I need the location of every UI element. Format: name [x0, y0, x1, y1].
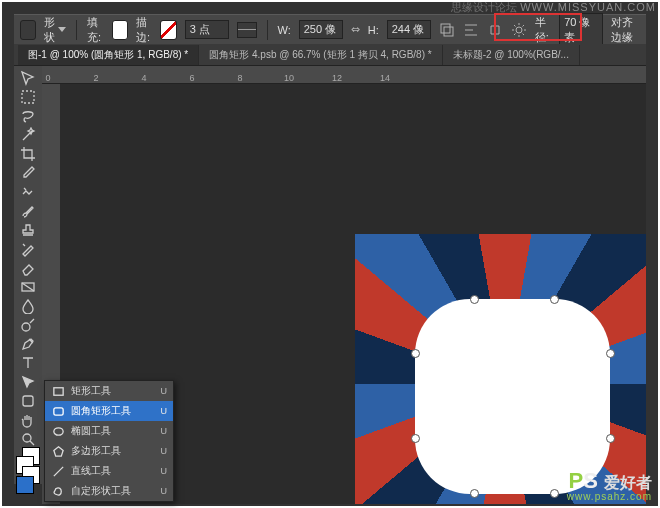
custom-shape-icon [51, 484, 65, 498]
ellipse-icon [51, 424, 65, 438]
flyout-label: 矩形工具 [71, 384, 111, 398]
polygon-icon [51, 444, 65, 458]
svg-rect-6 [23, 396, 33, 406]
tools-panel [14, 66, 42, 484]
default-swatches[interactable] [16, 456, 40, 465]
svg-point-10 [53, 427, 62, 434]
flyout-rect[interactable]: 矩形工具 U [45, 381, 173, 401]
tool-preset-swatch[interactable] [20, 20, 36, 40]
svg-point-2 [516, 27, 522, 33]
svg-rect-1 [444, 27, 453, 36]
ruler-horizontal[interactable]: 0 2 4 6 8 10 12 14 [42, 66, 646, 84]
gradient-tool[interactable] [17, 279, 39, 295]
flyout-polygon[interactable]: 多边形工具 U [45, 441, 173, 461]
dodge-tool[interactable] [17, 317, 39, 333]
shape-tool-flyout: 矩形工具 U 圆角矩形工具 U 椭圆工具 U 多边形工具 U 直线工具 U 自定… [44, 380, 174, 502]
crop-tool[interactable] [17, 146, 39, 162]
hand-tool[interactable] [17, 412, 39, 428]
brush-tool[interactable] [17, 203, 39, 219]
fill-swatch[interactable] [112, 20, 128, 40]
rect-icon [51, 384, 65, 398]
path-ops-icon[interactable] [439, 21, 455, 39]
anchor-point[interactable] [606, 349, 615, 358]
doc-tab-2[interactable]: 圆角矩形 4.psb @ 66.7% (矩形 1 拷贝 4, RGB/8) * [199, 45, 442, 65]
shortcut: U [161, 426, 168, 436]
fill-label: 填充: [87, 15, 103, 45]
text-tool[interactable] [17, 355, 39, 371]
move-tool[interactable] [17, 70, 39, 86]
mode-dropdown[interactable]: 形状 [44, 15, 66, 45]
rounded-rect-shape[interactable] [415, 299, 610, 494]
flyout-ellipse[interactable]: 椭圆工具 U [45, 421, 173, 441]
svg-rect-0 [441, 24, 450, 33]
height-field[interactable]: 244 像 [387, 20, 431, 39]
gear-icon[interactable] [511, 21, 527, 39]
anchor-point[interactable] [411, 434, 420, 443]
top-watermark: 思缘设计论坛 WWW.MISSYUAN.COM [451, 0, 656, 15]
flyout-rounded-rect[interactable]: 圆角矩形工具 U [45, 401, 173, 421]
ruler-tick: 4 [140, 73, 148, 83]
lasso-tool[interactable] [17, 108, 39, 124]
ruler-tick: 0 [44, 73, 52, 83]
zoom-tool[interactable] [17, 431, 39, 447]
ruler-tick: 6 [188, 73, 196, 83]
flyout-label: 椭圆工具 [71, 424, 111, 438]
blur-tool[interactable] [17, 298, 39, 314]
options-bar: 形状 填充: 描边: 3 点 W: 250 像 ⇔ H: 244 像 半径: 7… [14, 14, 646, 44]
flyout-line[interactable]: 直线工具 U [45, 461, 173, 481]
doc-tab-3[interactable]: 未标题-2 @ 100%(RGB/... [443, 45, 580, 65]
svg-rect-9 [53, 407, 62, 414]
path-select-tool[interactable] [17, 374, 39, 390]
svg-point-7 [23, 434, 31, 442]
anchor-point[interactable] [470, 489, 479, 498]
align-edges-label[interactable]: 对齐边缘 [611, 15, 640, 45]
anchor-point[interactable] [550, 489, 559, 498]
doc-tab-1[interactable]: 图-1 @ 100% (圆角矩形 1, RGB/8) * [18, 45, 199, 65]
align-icon[interactable] [463, 21, 479, 39]
artboard[interactable] [355, 234, 646, 504]
pen-tool[interactable] [17, 336, 39, 352]
ruler-tick: 2 [92, 73, 100, 83]
mode-label: 形状 [44, 15, 55, 45]
anchor-point[interactable] [470, 295, 479, 304]
roundrect-icon [51, 404, 65, 418]
shortcut: U [161, 406, 168, 416]
shape-tool[interactable] [17, 393, 39, 409]
separator [76, 20, 77, 40]
forum-name: 思缘设计论坛 [451, 1, 517, 13]
flyout-label: 直线工具 [71, 464, 111, 478]
shortcut: U [161, 466, 168, 476]
stroke-label: 描边: [136, 15, 152, 45]
width-field[interactable]: 250 像 [299, 20, 343, 39]
link-icon[interactable]: ⇔ [351, 23, 360, 36]
healing-tool[interactable] [17, 184, 39, 200]
stroke-swatch[interactable] [160, 20, 176, 40]
separator [267, 20, 268, 40]
stamp-tool[interactable] [17, 222, 39, 238]
stroke-width-field[interactable]: 3 点 [185, 20, 229, 39]
shortcut: U [161, 386, 168, 396]
history-brush-tool[interactable] [17, 241, 39, 257]
forum-url: WWW.MISSYUAN.COM [520, 1, 656, 13]
line-icon [51, 464, 65, 478]
color-swatches[interactable] [16, 476, 40, 485]
magic-wand-tool[interactable] [17, 127, 39, 143]
arrange-icon[interactable] [487, 21, 503, 39]
marquee-tool[interactable] [17, 89, 39, 105]
anchor-point[interactable] [411, 349, 420, 358]
svg-rect-8 [53, 387, 62, 394]
eraser-tool[interactable] [17, 260, 39, 276]
eyedropper-tool[interactable] [17, 165, 39, 181]
anchor-point[interactable] [606, 434, 615, 443]
h-label: H: [368, 24, 379, 36]
flyout-label: 圆角矩形工具 [71, 404, 131, 418]
flyout-label: 自定形状工具 [71, 484, 131, 498]
flyout-label: 多边形工具 [71, 444, 121, 458]
radius-field[interactable]: 70 像素 [559, 13, 603, 47]
flyout-custom[interactable]: 自定形状工具 U [45, 481, 173, 501]
anchor-point[interactable] [550, 295, 559, 304]
ruler-tick: 10 [284, 73, 292, 83]
shortcut: U [161, 486, 168, 496]
ruler-tick: 8 [236, 73, 244, 83]
stroke-style[interactable] [237, 22, 257, 38]
